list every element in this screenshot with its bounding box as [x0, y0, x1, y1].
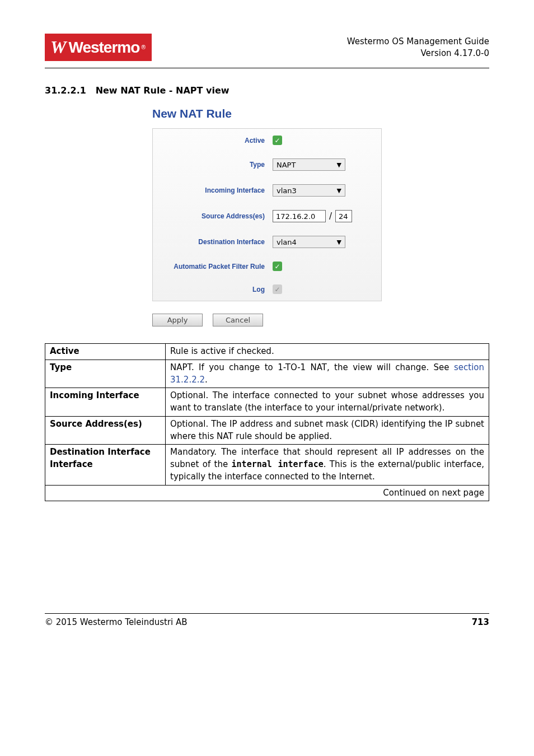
incoming-interface-value: vlan3 [277, 186, 297, 195]
cell-label: Active [45, 344, 166, 360]
label-auto-pf-rule: Automatic Packet Filter Rule [161, 263, 273, 270]
cell-label: Source Address(es) [45, 416, 166, 445]
type-select[interactable]: NAPT ▼ [273, 158, 345, 171]
label-source-addresses: Source Address(es) [161, 212, 273, 220]
active-checkbox[interactable]: ✓ [273, 136, 282, 145]
cell-label: Incoming Interface [45, 388, 166, 417]
footer-divider [45, 613, 489, 614]
chevron-down-icon: ▼ [337, 239, 341, 246]
page-number: 713 [472, 617, 489, 627]
description-table: Active Rule is active if checked. Type N… [45, 343, 489, 501]
cell-text: Optional. The interface connected to you… [166, 388, 489, 417]
table-row: Incoming Interface Optional. The interfa… [45, 388, 489, 417]
label-type: Type [161, 161, 273, 169]
guide-version: Version 4.17.0-0 [347, 48, 489, 59]
section-heading: 31.2.2.1 New NAT Rule - NAPT view [45, 85, 489, 96]
section-number: 31.2.2.1 [45, 85, 86, 96]
table-row: Continued on next page [45, 485, 489, 501]
table-row: Destination InterfaceInterface Mandatory… [45, 445, 489, 485]
auto-pf-checkbox[interactable]: ✓ [273, 262, 282, 271]
dialog-box: Active ✓ Type NAPT ▼ Incoming Interface [152, 128, 382, 301]
cell-label: Type [45, 360, 166, 388]
guide-title: Westermo OS Management Guide [347, 36, 489, 48]
footer-copyright: © 2015 Westermo Teleindustri AB [45, 617, 188, 627]
source-ip-input[interactable] [273, 210, 326, 222]
dialog-title: New NAT Rule [152, 107, 382, 120]
header-divider [45, 68, 489, 68]
label-incoming-interface: Incoming Interface [161, 186, 273, 194]
header-text: Westermo OS Management Guide Version 4.1… [347, 36, 489, 59]
cell-text: Mandatory. The interface that should rep… [166, 445, 489, 485]
incoming-interface-select[interactable]: vlan3 ▼ [273, 184, 345, 197]
table-row: Type NAPT. If you change to 1-TO-1 NAT, … [45, 360, 489, 388]
label-log: Log [161, 286, 273, 293]
destination-interface-value: vlan4 [277, 238, 297, 246]
destination-interface-select[interactable]: vlan4 ▼ [273, 236, 345, 248]
logo: W Westermo ® [45, 34, 152, 61]
type-select-value: NAPT [277, 161, 296, 169]
table-row: Source Address(es) Optional. The IP addr… [45, 416, 489, 445]
log-checkbox[interactable]: ✓ [273, 284, 282, 294]
cell-label: Destination InterfaceInterface [45, 445, 166, 485]
chevron-down-icon: ▼ [337, 187, 341, 194]
cell-text: Optional. The IP address and subnet mask… [166, 416, 489, 445]
continued-cell: Continued on next page [45, 485, 489, 501]
label-active: Active [161, 137, 273, 144]
cancel-button[interactable]: Cancel [213, 314, 263, 326]
section-title: New NAT Rule - NAPT view [96, 85, 229, 96]
source-mask-input[interactable] [335, 210, 352, 222]
table-row: Active Rule is active if checked. [45, 344, 489, 360]
cell-text: NAPT. If you change to 1-TO-1 NAT, the v… [166, 360, 489, 388]
cell-text: Rule is active if checked. [166, 344, 489, 360]
apply-button[interactable]: Apply [152, 314, 203, 326]
chevron-down-icon: ▼ [337, 161, 341, 169]
label-destination-interface: Destination Interface [161, 238, 273, 246]
slash-separator: / [329, 211, 332, 221]
